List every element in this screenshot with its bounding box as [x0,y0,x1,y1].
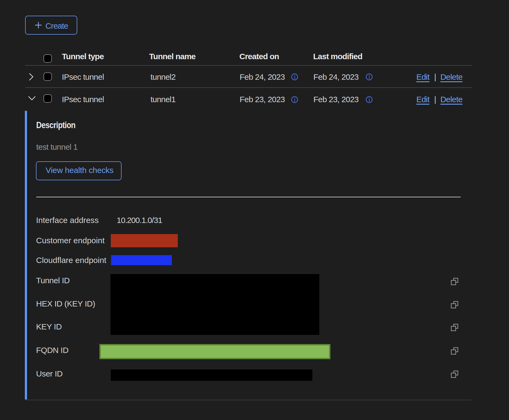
svg-text:i: i [368,74,370,80]
svg-text:i: i [294,96,296,103]
svg-text:i: i [294,74,296,80]
svg-text:i: i [368,96,370,103]
